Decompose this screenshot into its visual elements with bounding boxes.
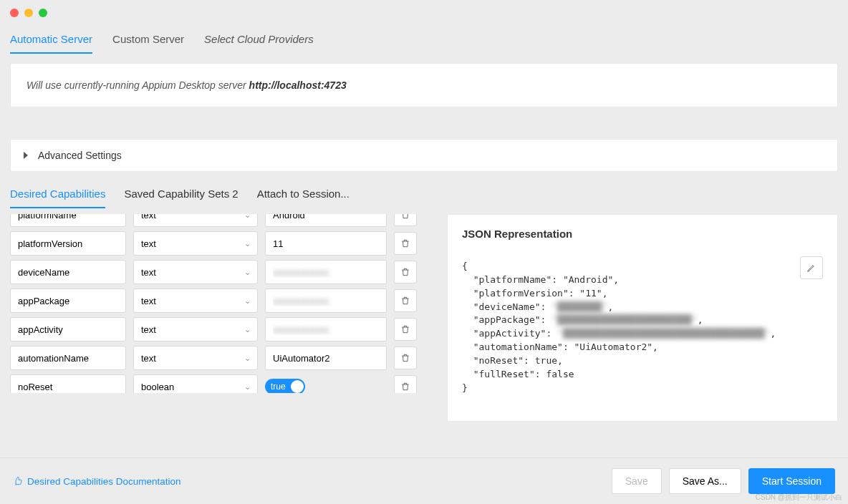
close-icon[interactable] [10, 9, 19, 17]
capability-name-input[interactable] [10, 260, 126, 284]
server-info-text: Will use currently-running Appium Deskto… [26, 79, 249, 91]
capability-name-input[interactable] [10, 346, 126, 370]
pencil-icon [806, 263, 816, 273]
delete-row-button[interactable] [394, 289, 417, 312]
server-tabs: Automatic Server Custom Server Select Cl… [10, 23, 838, 54]
chevron-right-icon [24, 152, 28, 159]
footer: Desired Capabilities Documentation Save … [0, 457, 848, 504]
capability-type-select[interactable] [133, 214, 258, 227]
capability-name-input[interactable] [10, 231, 126, 256]
capability-row: ⌄ [10, 289, 433, 313]
capability-name-input[interactable] [10, 289, 126, 313]
trash-icon [400, 324, 410, 334]
capability-value-input[interactable] [265, 231, 387, 256]
server-info-box: Will use currently-running Appium Deskto… [10, 63, 838, 107]
delete-row-button[interactable] [394, 375, 417, 393]
trash-icon [400, 238, 410, 248]
doc-link[interactable]: Desired Capabilities Documentation [13, 476, 181, 487]
capability-value-toggle[interactable]: true [265, 379, 305, 393]
trash-icon [400, 353, 410, 363]
capability-row: ⌄ [10, 231, 433, 256]
trash-icon [400, 382, 410, 392]
tab-automatic-server[interactable]: Automatic Server [10, 27, 92, 54]
tab-custom-server[interactable]: Custom Server [112, 27, 184, 54]
save-button: Save [612, 468, 662, 494]
window-controls [0, 0, 848, 23]
tab-attach-session[interactable]: Attach to Session... [257, 183, 350, 208]
capability-row: ⌄true [10, 374, 433, 393]
trash-icon [400, 267, 410, 277]
capability-row: ⌄ [10, 346, 433, 370]
capability-type-select[interactable] [133, 260, 258, 284]
capability-type-select[interactable] [133, 346, 258, 370]
minimize-icon[interactable] [24, 9, 33, 17]
capability-name-input[interactable] [10, 317, 126, 341]
capability-value-input[interactable] [265, 214, 387, 227]
capability-type-select[interactable] [133, 231, 258, 256]
fullscreen-icon[interactable] [39, 9, 47, 17]
tab-cloud-providers[interactable]: Select Cloud Providers [204, 27, 314, 54]
delete-row-button[interactable] [394, 346, 417, 369]
json-representation-panel: JSON Representation { "platformName": "A… [447, 214, 838, 422]
capability-type-select[interactable] [133, 317, 258, 341]
json-content: { "platformName": "Android", "platformVe… [462, 260, 823, 394]
capability-row: ⌄ [10, 260, 433, 284]
edit-json-button[interactable] [800, 256, 823, 279]
json-title: JSON Representation [462, 228, 823, 240]
trash-icon [400, 296, 410, 306]
watermark: CSDN @抓到一只测试小白 [756, 493, 842, 503]
capability-value-input[interactable] [265, 289, 387, 313]
delete-row-button[interactable] [394, 232, 417, 255]
capability-type-select[interactable] [133, 289, 258, 313]
start-session-button[interactable]: Start Session [748, 468, 835, 494]
capability-name-input[interactable] [10, 214, 126, 227]
delete-row-button[interactable] [394, 318, 417, 341]
doc-link-label: Desired Capabilities Documentation [27, 476, 181, 487]
capability-value-input[interactable] [265, 346, 387, 370]
capability-row: ⌄ [10, 317, 433, 341]
tab-saved-sets[interactable]: Saved Capability Sets 2 [124, 183, 238, 208]
capability-row: ⌄ [10, 214, 433, 227]
advanced-settings-label: Advanced Settings [38, 150, 122, 161]
thumbs-up-icon [13, 476, 23, 486]
capability-value-input[interactable] [265, 260, 387, 284]
server-url: http://localhost:4723 [249, 79, 347, 91]
capability-value-input[interactable] [265, 317, 387, 341]
delete-row-button[interactable] [394, 214, 417, 226]
capability-tabs: Desired Capabilities Saved Capability Se… [10, 183, 838, 208]
tab-desired-capabilities[interactable]: Desired Capabilities [10, 183, 105, 208]
advanced-settings-panel[interactable]: Advanced Settings [10, 139, 838, 172]
save-as-button[interactable]: Save As... [669, 468, 741, 494]
trash-icon [400, 214, 410, 220]
capability-name-input[interactable] [10, 374, 126, 393]
delete-row-button[interactable] [394, 261, 417, 284]
capabilities-table: ⌄⌄⌄⌄⌄⌄⌄true [10, 214, 433, 393]
capability-type-select[interactable] [133, 374, 258, 393]
